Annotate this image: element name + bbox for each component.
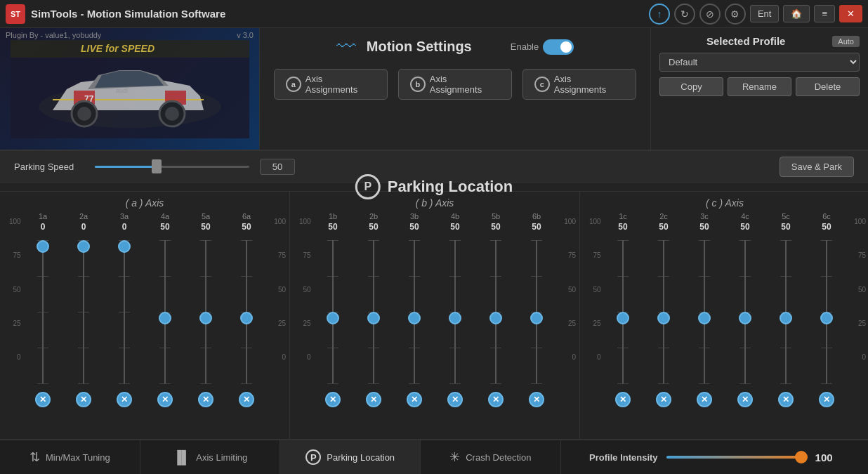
thumb-5c[interactable] — [780, 312, 792, 324]
reset-btn-1a[interactable]: ✕ — [35, 392, 51, 407]
delete-button[interactable]: Delete — [796, 77, 860, 96]
v-slider-6b[interactable] — [526, 235, 547, 389]
intensity-thumb[interactable] — [795, 451, 808, 463]
profile-panel: Selected Profile Auto Default Copy Renam… — [650, 28, 868, 150]
v-slider-4a[interactable] — [154, 235, 176, 389]
thumb-4b[interactable] — [449, 312, 461, 324]
thumb-1a[interactable] — [37, 240, 49, 253]
reset-btn-3a[interactable]: ✕ — [117, 392, 132, 407]
scale-75-a: 75 — [4, 251, 21, 259]
reset-btn-5a[interactable]: ✕ — [198, 392, 213, 407]
v-slider-4b[interactable] — [445, 235, 466, 389]
reset-btn-5c[interactable]: ✕ — [778, 392, 794, 407]
v-slider-2b[interactable] — [363, 235, 384, 389]
slider-value-3c: 50 — [699, 222, 709, 232]
stop-icon[interactable]: ⊘ — [699, 4, 721, 25]
reset-btn-3b[interactable]: ✕ — [407, 392, 422, 407]
v-slider-4c[interactable] — [735, 235, 756, 389]
home-button[interactable]: 🏠 — [783, 5, 810, 22]
nav-parking-location[interactable]: P Parking Location — [280, 440, 421, 474]
axis-tab-b[interactable]: b Axis Assignments — [398, 69, 512, 100]
reset-btn-5b[interactable]: ✕ — [488, 392, 504, 407]
v-slider-1a[interactable] — [32, 235, 53, 389]
thumb-6c[interactable] — [820, 312, 833, 324]
v-slider-2c[interactable] — [653, 235, 674, 389]
slider-label-3c: 3c — [700, 212, 709, 220]
v-slider-5a[interactable] — [195, 235, 216, 389]
enable-toggle-group: Enable — [511, 39, 574, 55]
reset-btn-4a[interactable]: ✕ — [157, 392, 173, 407]
axis-b-sliders: 100 75 50 25 0 1b50✕2b50✕3b50✕4b50✕5b50✕… — [294, 212, 576, 407]
reset-btn-6a[interactable]: ✕ — [239, 392, 254, 407]
wave-icon: 〰 — [336, 35, 356, 58]
v-slider-6a[interactable] — [236, 235, 257, 389]
thumb-2c[interactable] — [657, 312, 670, 324]
slider-label-5a: 5a — [202, 212, 210, 220]
menu-button[interactable]: ≡ — [814, 5, 835, 22]
settings-icon[interactable]: ⚙ — [725, 4, 746, 25]
nav-axis-limiting[interactable]: ▐▌ Axis Limiting — [140, 440, 281, 474]
thumb-4c[interactable] — [739, 312, 751, 324]
v-slider-3c[interactable] — [694, 235, 715, 389]
slider-col-4a: 4a50✕ — [145, 212, 185, 407]
slider-label-4a: 4a — [161, 212, 169, 220]
v-tick — [739, 383, 751, 384]
thumb-2a[interactable] — [77, 240, 90, 253]
close-button[interactable]: ✕ — [839, 5, 862, 22]
intensity-slider[interactable] — [666, 456, 807, 459]
v-slider-1c[interactable] — [612, 235, 633, 389]
reset-btn-6b[interactable]: ✕ — [529, 392, 544, 407]
ent-button[interactable]: Ent — [750, 5, 780, 22]
reset-btn-2c[interactable]: ✕ — [656, 392, 671, 407]
plugin-info: Plugin By - value1, yobuddy — [6, 31, 101, 39]
enable-toggle-switch[interactable] — [543, 39, 574, 55]
rename-button[interactable]: Rename — [728, 77, 791, 96]
v-slider-1b[interactable] — [322, 235, 343, 389]
v-tick — [617, 383, 629, 384]
reset-btn-4c[interactable]: ✕ — [737, 392, 753, 407]
scale-0-a: 0 — [4, 353, 21, 361]
v-slider-2a[interactable] — [73, 235, 94, 389]
axis-tab-a-circle: a — [286, 77, 301, 92]
axis-tab-a[interactable]: a Axis Assignments — [274, 69, 388, 100]
nav-minmax-tuning[interactable]: ⇅ Min/Max Tuning — [0, 440, 140, 474]
thumb-2b[interactable] — [367, 312, 380, 324]
copy-button[interactable]: Copy — [659, 77, 723, 96]
axis-tab-c-circle: c — [534, 77, 550, 92]
speed-slider[interactable] — [95, 159, 249, 173]
thumb-1c[interactable] — [617, 312, 629, 324]
reset-btn-1c[interactable]: ✕ — [615, 392, 631, 407]
v-slider-6c[interactable] — [816, 235, 837, 389]
axis-tab-c[interactable]: c Axis Assignments — [522, 69, 636, 100]
v-slider-5b[interactable] — [485, 235, 506, 389]
thumb-3c[interactable] — [698, 312, 711, 324]
v-slider-5c[interactable] — [775, 235, 796, 389]
auto-button[interactable]: Auto — [832, 36, 860, 47]
save-park-button[interactable]: Save & Park — [780, 157, 854, 177]
thumb-5b[interactable] — [489, 312, 502, 324]
slider-thumb[interactable] — [152, 159, 162, 173]
thumb-1b[interactable] — [327, 312, 339, 324]
reset-btn-3c[interactable]: ✕ — [697, 392, 712, 407]
parking-icon: P — [355, 174, 381, 199]
reset-btn-6c[interactable]: ✕ — [819, 392, 834, 407]
v-tick — [241, 383, 252, 384]
profile-select[interactable]: Default — [659, 53, 860, 72]
thumb-3a[interactable] — [118, 240, 131, 253]
thumb-3b[interactable] — [408, 312, 421, 324]
upload-icon[interactable]: ↑ — [649, 4, 670, 25]
nav-crash-detection[interactable]: ✳ Crash Detection — [421, 440, 561, 474]
reset-btn-4b[interactable]: ✕ — [447, 392, 463, 407]
slider-value-4a: 50 — [160, 222, 169, 232]
reset-btn-1b[interactable]: ✕ — [325, 392, 341, 407]
car-image-panel: Plugin By - value1, yobuddy v 3.0 LIVE f… — [0, 28, 260, 150]
thumb-4a[interactable] — [159, 312, 171, 324]
thumb-6a[interactable] — [240, 312, 253, 324]
v-slider-3b[interactable] — [404, 235, 425, 389]
thumb-6b[interactable] — [530, 312, 543, 324]
v-slider-3a[interactable] — [114, 235, 135, 389]
thumb-5a[interactable] — [199, 312, 212, 324]
reset-btn-2a[interactable]: ✕ — [76, 392, 91, 407]
refresh-icon[interactable]: ↻ — [674, 4, 695, 25]
reset-btn-2b[interactable]: ✕ — [366, 392, 381, 407]
